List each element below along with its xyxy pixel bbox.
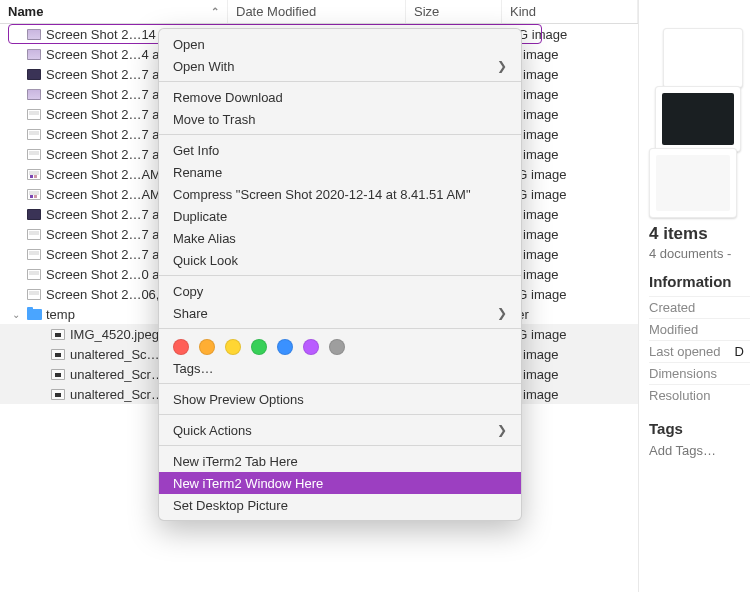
add-tags-field[interactable]: Add Tags… (649, 443, 750, 458)
jpeg-icon (26, 287, 42, 301)
menu-compress[interactable]: Compress "Screen Shot 2020-12-14 at 8.41… (159, 183, 521, 205)
jpeg-icon (26, 227, 42, 241)
menu-share[interactable]: Share❯ (159, 302, 521, 324)
section-information: Information (649, 273, 750, 290)
column-date[interactable]: Date Modified (228, 0, 406, 23)
folder-icon (26, 307, 42, 321)
context-menu: Open Open With❯ Remove Download Move to … (158, 28, 522, 521)
jpeg-icon (26, 267, 42, 281)
menu-separator (159, 328, 521, 329)
chevron-right-icon: ❯ (497, 306, 507, 320)
chevron-right-icon: ❯ (497, 423, 507, 437)
section-tags: Tags (649, 420, 750, 437)
png-icon (26, 67, 42, 81)
info-dimensions: Dimensions (649, 362, 750, 384)
menu-separator (159, 414, 521, 415)
preview-thumbnails (649, 8, 745, 208)
tag-color-dot[interactable] (303, 339, 319, 355)
jpeg-icon (26, 127, 42, 141)
png-icon (26, 207, 42, 221)
jpeg-icon (26, 167, 42, 181)
menu-quick-actions[interactable]: Quick Actions❯ (159, 419, 521, 441)
jpeg-icon (26, 107, 42, 121)
selection-summary: 4 documents - (649, 246, 750, 261)
menu-move-to-trash[interactable]: Move to Trash (159, 108, 521, 130)
info-created: Created (649, 296, 750, 318)
column-size[interactable]: Size (406, 0, 502, 23)
menu-copy[interactable]: Copy (159, 280, 521, 302)
selection-count: 4 items (649, 224, 750, 244)
menu-separator (159, 445, 521, 446)
menu-get-info[interactable]: Get Info (159, 139, 521, 161)
menu-separator (159, 383, 521, 384)
column-kind[interactable]: Kind (502, 0, 638, 23)
menu-separator (159, 275, 521, 276)
menu-duplicate[interactable]: Duplicate (159, 205, 521, 227)
menu-set-desktop-picture[interactable]: Set Desktop Picture (159, 494, 521, 516)
tag-color-dot[interactable] (199, 339, 215, 355)
tag-color-dot[interactable] (329, 339, 345, 355)
menu-quick-look[interactable]: Quick Look (159, 249, 521, 271)
png-icon (26, 27, 42, 41)
jpeg-icon (26, 247, 42, 261)
chevron-right-icon: ❯ (497, 59, 507, 73)
sort-indicator-icon: ⌃ (211, 6, 219, 17)
column-header: Name⌃ Date Modified Size Kind (0, 0, 638, 24)
menu-tags[interactable]: Tags… (159, 357, 521, 379)
menu-show-preview-options[interactable]: Show Preview Options (159, 388, 521, 410)
menu-new-iterm-window[interactable]: New iTerm2 Window Here (159, 472, 521, 494)
info-resolution: Resolution (649, 384, 750, 406)
menu-make-alias[interactable]: Make Alias (159, 227, 521, 249)
tag-color-row (159, 333, 521, 357)
menu-open-with[interactable]: Open With❯ (159, 55, 521, 77)
menu-open[interactable]: Open (159, 33, 521, 55)
menu-new-iterm-tab[interactable]: New iTerm2 Tab Here (159, 450, 521, 472)
menu-rename[interactable]: Rename (159, 161, 521, 183)
jpeg-icon (26, 187, 42, 201)
tag-color-dot[interactable] (277, 339, 293, 355)
png-icon (26, 87, 42, 101)
image-icon (50, 367, 66, 381)
image-icon (50, 387, 66, 401)
tag-color-dot[interactable] (251, 339, 267, 355)
inspector-sidebar: 4 items 4 documents - Information Create… (638, 0, 750, 592)
menu-separator (159, 134, 521, 135)
png-icon (26, 47, 42, 61)
image-icon (50, 347, 66, 361)
menu-separator (159, 81, 521, 82)
menu-remove-download[interactable]: Remove Download (159, 86, 521, 108)
disclosure-icon[interactable]: ⌄ (10, 309, 22, 320)
info-modified: Modified (649, 318, 750, 340)
tag-color-dot[interactable] (173, 339, 189, 355)
tag-color-dot[interactable] (225, 339, 241, 355)
image-icon (50, 327, 66, 341)
column-name[interactable]: Name⌃ (0, 0, 228, 23)
jpeg-icon (26, 147, 42, 161)
info-last-opened: Last openedD (649, 340, 750, 362)
